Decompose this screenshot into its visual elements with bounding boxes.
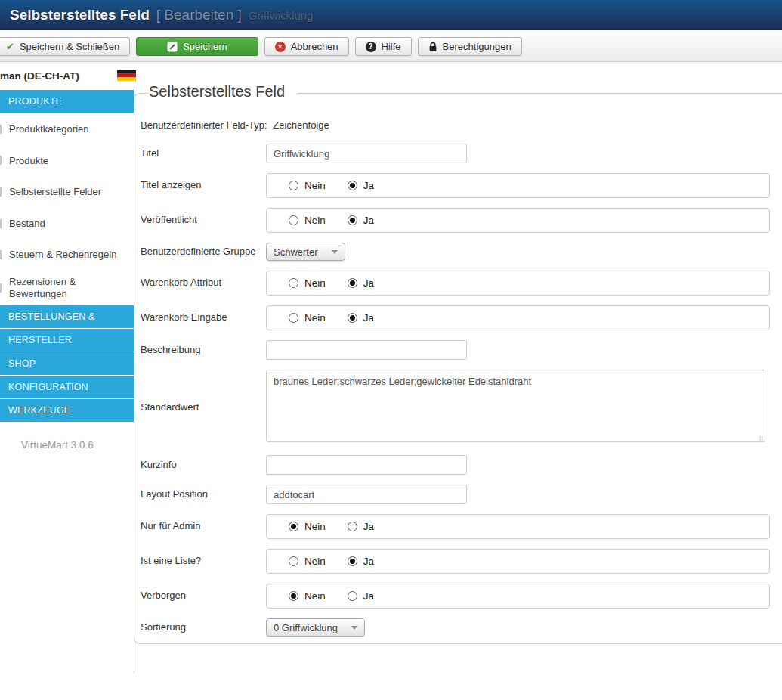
sidebar-item-konfiguration[interactable]: KONFIGURATION (0, 376, 134, 399)
permissions-label: Berechtigungen (443, 41, 512, 52)
select-value: Schwerter (274, 246, 318, 258)
page-item-name: Griffwicklung (249, 9, 314, 22)
field-label: Standardwert (141, 401, 266, 413)
save-button[interactable]: Speichern (136, 37, 258, 56)
radio-option-ja[interactable]: Ja (348, 312, 374, 324)
form-row-titel-anzeigen: Titel anzeigen Nein Ja (141, 173, 782, 198)
sidebar-item-shop[interactable]: SHOP (0, 352, 134, 376)
cancel-label: Abbrechen (291, 41, 338, 52)
field-label: Benutzerdefinierte Gruppe (141, 246, 266, 258)
radio-label: Ja (363, 180, 374, 191)
radio-group-verborgen: Nein Ja (266, 584, 770, 609)
sidebar-item-rezensionen-bewertungen[interactable]: Rezensionen & Bewertungen (0, 271, 98, 305)
field-label: Sortierung (141, 621, 266, 633)
standardwert-textarea[interactable]: braunes Leder;schwarzes Leder;gewickelte… (266, 370, 765, 442)
sidebar-item-bestellungen[interactable]: BESTELLUNGEN & (0, 305, 134, 329)
help-button[interactable]: ? Hilfe (355, 37, 412, 56)
page-mode: [ Bearbeiten ] (156, 7, 242, 23)
radio-group-nur-fuer-admin: Nein Ja (266, 514, 770, 539)
field-type-line: Benutzerdefinierter Feld-Typ: Zeichenfol… (141, 119, 782, 131)
form-row-beschreibung: Beschreibung (141, 340, 782, 360)
radio-group-warenkorb-eingabe: Nein Ja (266, 305, 770, 330)
radio-icon (289, 591, 298, 601)
radio-group-ist-eine-liste: Nein Ja (266, 549, 770, 574)
form-row-nur-fuer-admin: Nur für Admin Nein Ja (141, 514, 782, 539)
radio-icon (348, 556, 357, 566)
radio-option-ja[interactable]: Ja (348, 521, 374, 532)
titel-input[interactable] (266, 144, 467, 163)
field-label: Kurzinfo (141, 459, 266, 471)
sidebar: man (DE-CH-AT) PRODUKTE Produktkategorie… (0, 63, 134, 700)
radio-option-nein[interactable]: Nein (289, 215, 326, 226)
radio-label: Ja (363, 521, 374, 532)
radio-label: Ja (363, 556, 374, 567)
radio-option-nein[interactable]: Nein (289, 590, 326, 602)
language-row: man (DE-CH-AT) (0, 69, 134, 88)
radio-option-ja[interactable]: Ja (348, 277, 374, 289)
radio-icon (348, 313, 357, 323)
gruppe-select[interactable]: Schwerter (266, 243, 345, 261)
sidebar-item-produkte-list[interactable]: Produkte (0, 145, 134, 177)
sidebar-item-steuern-rechenregeln[interactable]: Steuern & Rechenregeln (0, 239, 134, 271)
radio-option-nein[interactable]: Nein (289, 180, 326, 191)
page-header: Selbsterstelltes Feld [ Bearbeiten ] Gri… (0, 0, 782, 30)
radio-option-ja[interactable]: Ja (348, 215, 374, 226)
radio-label: Nein (304, 180, 326, 191)
radio-label: Ja (363, 312, 374, 324)
sidebar-item-hersteller[interactable]: HERSTELLER (0, 329, 134, 352)
help-icon: ? (366, 42, 376, 52)
radio-option-ja[interactable]: Ja (348, 556, 374, 567)
field-label: Warenkorb Attribut (141, 277, 266, 289)
main-content: Selbsterstelltes Feld Benutzerdefinierte… (134, 63, 782, 700)
radio-group-warenkorb-attribut: Nein Ja (266, 271, 770, 296)
version-label: VirtueMart 3.0.6 (0, 439, 134, 451)
sidebar-item-produktkategorien[interactable]: Produktkategorien (0, 113, 134, 145)
radio-label: Nein (304, 556, 326, 567)
radio-icon (348, 181, 357, 190)
layout-position-input[interactable] (266, 485, 467, 504)
form-row-verborgen: Verborgen Nein Ja (141, 584, 782, 609)
save-label: Speichern (183, 41, 227, 52)
radio-option-nein[interactable]: Nein (289, 556, 326, 567)
field-label: Veröffentlicht (141, 214, 266, 226)
radio-icon (348, 522, 357, 531)
sortierung-select[interactable]: 0 Griffwicklung (266, 618, 365, 637)
field-label: Titel anzeigen (141, 179, 266, 191)
form-row-standardwert: Standardwert braunes Leder;schwarzes Led… (141, 370, 782, 445)
radio-label: Ja (363, 215, 374, 226)
radio-option-nein[interactable]: Nein (289, 521, 326, 532)
field-label: Nur für Admin (141, 520, 266, 532)
chevron-down-icon (351, 626, 357, 630)
sidebar-item-bestand[interactable]: Bestand (0, 208, 134, 240)
radio-icon (348, 591, 357, 601)
radio-label: Nein (304, 590, 326, 602)
page-title: Selbsterstelltes Feld (10, 7, 150, 23)
sidebar-item-werkzeuge[interactable]: WERKZEUGE (0, 399, 134, 423)
form-row-sortierung: Sortierung 0 Griffwicklung (141, 618, 782, 637)
resize-grip-icon[interactable]: ⁝⁝ (759, 435, 763, 441)
save-close-button[interactable]: ✔ Speichern & Schließen (0, 37, 130, 56)
radio-option-nein[interactable]: Nein (289, 277, 326, 289)
radio-label: Nein (304, 215, 326, 226)
radio-icon (348, 278, 357, 288)
custom-field-panel: Selbsterstelltes Feld Benutzerdefinierte… (134, 93, 782, 644)
form-row-warenkorb-eingabe: Warenkorb Eingabe Nein Ja (141, 305, 782, 330)
form-row-gruppe: Benutzerdefinierte Gruppe Schwerter (141, 243, 782, 261)
kurzinfo-input[interactable] (266, 455, 467, 475)
radio-option-ja[interactable]: Ja (348, 180, 374, 191)
permissions-button[interactable]: Berechtigungen (418, 37, 522, 56)
radio-icon (289, 278, 298, 288)
form-row-layout-position: Layout Position (141, 485, 782, 504)
cancel-button[interactable]: ✕ Abbrechen (264, 37, 349, 56)
toolbar: ✔ Speichern & Schließen Speichern ✕ Abbr… (0, 30, 782, 62)
sidebar-item-produkte[interactable]: PRODUKTE (0, 90, 134, 113)
form-row-kurzinfo: Kurzinfo (141, 455, 782, 475)
field-label: Ist eine Liste? (141, 555, 266, 567)
field-label: Beschreibung (141, 344, 266, 356)
radio-option-nein[interactable]: Nein (289, 312, 326, 324)
beschreibung-input[interactable] (266, 340, 467, 360)
sidebar-item-selbsterstellte-felder[interactable]: Selbsterstellte Felder (0, 176, 134, 208)
field-label: Warenkorb Eingabe (141, 311, 266, 324)
field-label: Titel (141, 147, 266, 160)
radio-option-ja[interactable]: Ja (348, 590, 374, 602)
